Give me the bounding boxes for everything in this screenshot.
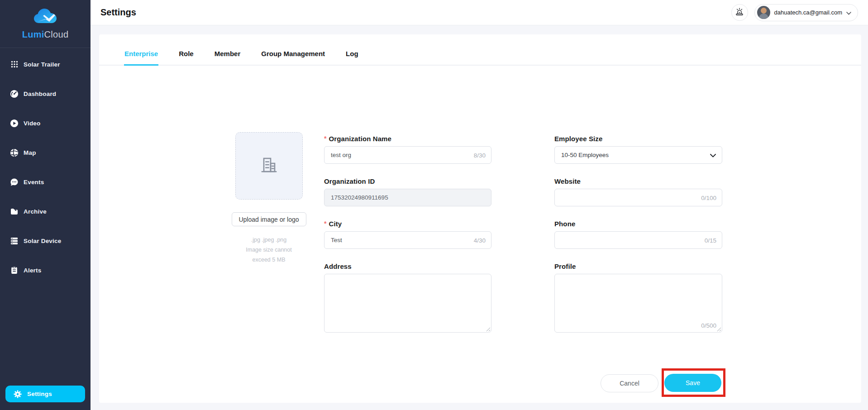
website-label: Website (554, 176, 722, 186)
folder-icon (10, 207, 19, 216)
phone-label: Phone (554, 219, 722, 228)
required-mark: * (324, 135, 327, 142)
organization-name-field: * Organization Name 8/30 (324, 134, 491, 164)
sidebar-item-video[interactable]: Video (0, 114, 91, 132)
organization-id-label: Organization ID (324, 176, 491, 186)
sidebar-item-settings[interactable]: Settings (5, 386, 85, 402)
upload-hint-formats: .jpg .jpeg .png (226, 235, 312, 245)
server-icon (10, 237, 19, 245)
phone-counter: 0/15 (705, 237, 716, 243)
sidebar-item-label: Map (24, 149, 36, 156)
city-field: * City 4/30 (324, 219, 491, 249)
tab-log[interactable]: Log (345, 50, 359, 65)
tab-group-management[interactable]: Group Management (261, 50, 325, 65)
phone-field: Phone 0/15 (554, 219, 722, 249)
sidebar-item-label: Solar Device (24, 238, 61, 244)
page-title: Settings (100, 7, 136, 18)
sidebar-item-archive[interactable]: Archive (0, 202, 91, 220)
clipboard-icon (10, 266, 19, 275)
logo: LumiCloud (0, 0, 91, 48)
top-bar: Settings dahuatech.ca@gmail.com (91, 0, 868, 25)
save-button[interactable]: Save (664, 374, 721, 392)
sidebar-item-label: Settings (27, 391, 52, 397)
building-icon (258, 154, 280, 178)
phone-input[interactable] (555, 232, 722, 248)
website-input[interactable] (555, 189, 722, 206)
upload-hints: .jpg .jpeg .png Image size cannot exceed… (226, 235, 312, 265)
city-counter: 4/30 (474, 237, 486, 243)
tab-enterprise[interactable]: Enterprise (124, 50, 158, 65)
address-label: Address (324, 262, 491, 271)
required-mark: * (324, 220, 327, 227)
organization-id-field: Organization ID (324, 176, 491, 206)
logo-upload-dropzone[interactable] (235, 132, 303, 200)
website-counter: 0/100 (701, 194, 716, 201)
cancel-button[interactable]: Cancel (601, 374, 658, 392)
sidebar-item-map[interactable]: Map (0, 143, 91, 162)
employee-size-value: 10-50 Employees (555, 152, 609, 158)
organization-name-counter: 8/30 (474, 152, 486, 158)
chat-icon (10, 178, 19, 186)
address-field: Address (324, 262, 491, 333)
play-icon (10, 119, 19, 128)
alarm-button[interactable] (731, 4, 748, 21)
sidebar-item-events[interactable]: Events (0, 173, 91, 191)
sidebar-item-label: Archive (24, 208, 47, 215)
employee-size-field: Employee Size 10-50 Employees (554, 134, 722, 164)
profile-counter: 0/500 (701, 322, 716, 329)
sidebar-item-label: Solar Trailer (24, 61, 60, 68)
siren-icon (735, 7, 744, 18)
chevron-down-icon (710, 151, 716, 159)
logo-upload-section: Upload image or logo .jpg .jpeg .png Ima… (226, 132, 312, 265)
employee-size-label: Employee Size (554, 134, 722, 143)
upload-hint-size-1: Image size cannot (226, 245, 312, 255)
enterprise-form: Upload image or logo .jpg .jpeg .png Ima… (99, 66, 861, 403)
avatar (757, 6, 770, 19)
user-menu[interactable]: dahuatech.ca@gmail.com (754, 4, 858, 21)
sidebar-nav: Solar Trailer Dashboard Video (0, 48, 91, 279)
city-input[interactable] (324, 232, 491, 248)
employee-size-select[interactable]: 10-50 Employees (554, 146, 722, 164)
organization-id-input (324, 189, 491, 206)
organization-name-input[interactable] (324, 147, 491, 163)
sidebar-item-solar-trailer[interactable]: Solar Trailer (0, 55, 91, 73)
sidebar-item-dashboard[interactable]: Dashboard (0, 85, 91, 103)
sidebar-item-label: Alerts (24, 267, 41, 274)
form-column-right: Employee Size 10-50 Employees Website (554, 134, 722, 345)
tab-bar: Enterprise Role Member Group Management … (99, 34, 861, 66)
sidebar-item-alerts[interactable]: Alerts (0, 261, 91, 279)
gauge-icon (10, 90, 19, 98)
main-content: Enterprise Role Member Group Management … (91, 25, 868, 410)
form-column-left: * Organization Name 8/30 Organization ID (324, 134, 491, 345)
chevron-down-icon (846, 9, 851, 17)
profile-field: Profile 0/500 (554, 262, 722, 333)
cloud-logo-icon (33, 8, 57, 29)
sidebar-item-label: Dashboard (24, 91, 56, 97)
upload-hint-size-2: exceed 5 MB (226, 255, 312, 265)
settings-card: Enterprise Role Member Group Management … (99, 34, 861, 403)
tab-role[interactable]: Role (178, 50, 194, 65)
address-textarea[interactable] (324, 274, 491, 332)
city-label: * City (324, 219, 491, 228)
sidebar-item-solar-device[interactable]: Solar Device (0, 232, 91, 250)
profile-textarea[interactable] (555, 274, 722, 332)
tab-member[interactable]: Member (214, 50, 241, 65)
gear-icon (13, 390, 22, 398)
user-email: dahuatech.ca@gmail.com (774, 9, 843, 16)
sidebar-item-label: Video (24, 120, 41, 127)
upload-image-button[interactable]: Upload image or logo (232, 212, 306, 226)
globe-icon (10, 148, 19, 157)
sidebar: LumiCloud Solar Trailer (0, 0, 91, 410)
website-field: Website 0/100 (554, 176, 722, 206)
profile-label: Profile (554, 262, 722, 271)
grid-icon (10, 60, 19, 69)
brand-name: LumiCloud (22, 29, 69, 40)
organization-name-label: * Organization Name (324, 134, 491, 143)
sidebar-item-label: Events (24, 179, 44, 186)
